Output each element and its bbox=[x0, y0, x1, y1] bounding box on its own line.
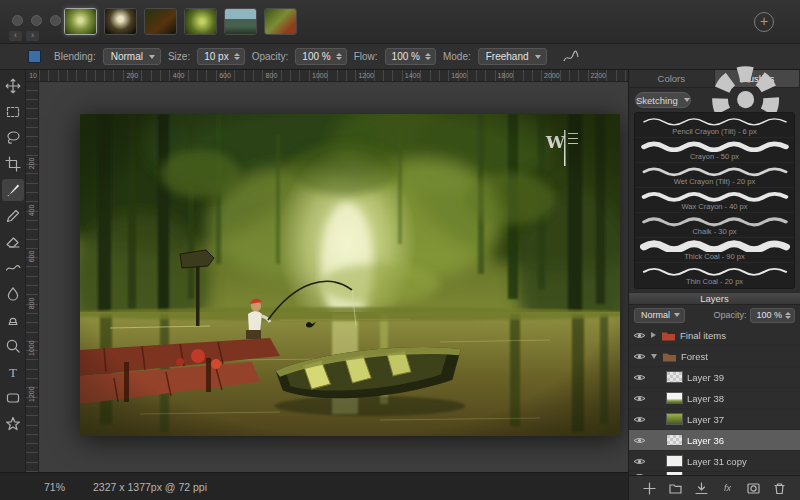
document-tab-6[interactable] bbox=[264, 8, 297, 35]
group-folder-icon bbox=[662, 351, 677, 362]
chevron-down-icon bbox=[149, 55, 155, 59]
titlebar: ‹ › + bbox=[0, 0, 800, 44]
layer-row-37[interactable]: Layer 37 bbox=[629, 409, 800, 430]
new-document-button[interactable]: + bbox=[754, 12, 774, 32]
shape-tool[interactable] bbox=[2, 387, 24, 409]
brush-item-wax-crayon[interactable]: Wax Crayon - 40 px bbox=[635, 188, 794, 213]
layer-row-forest[interactable]: Forest bbox=[629, 346, 800, 367]
group-folder-icon bbox=[661, 330, 676, 341]
stepper-arrows-icon[interactable] bbox=[336, 53, 342, 60]
document-tab-5[interactable] bbox=[224, 8, 257, 35]
layer-row-36-selected[interactable]: Layer 36 bbox=[629, 430, 800, 451]
marquee-tool[interactable] bbox=[2, 101, 24, 123]
disclosure-collapsed-icon[interactable] bbox=[651, 332, 656, 338]
size-label: Size: bbox=[168, 51, 190, 62]
crop-tool[interactable] bbox=[2, 153, 24, 175]
star-tool[interactable] bbox=[2, 413, 24, 435]
brush-category-select[interactable]: Sketching bbox=[635, 92, 691, 108]
mask-button[interactable] bbox=[744, 479, 762, 497]
stepper-arrows-icon[interactable] bbox=[785, 312, 791, 319]
context-toolbar: Blending: Normal Size: 10 px Opacity: 10… bbox=[0, 44, 800, 70]
stepper-arrows-icon[interactable] bbox=[234, 53, 240, 60]
visibility-eye-icon[interactable] bbox=[633, 373, 647, 382]
disclosure-expanded-icon[interactable] bbox=[651, 354, 657, 359]
layer-thumbnail bbox=[666, 413, 683, 425]
zoom-tool[interactable] bbox=[2, 335, 24, 357]
brush-item-wet-crayon[interactable]: Wet Crayon (Tilt) - 20 px bbox=[635, 163, 794, 188]
opacity-stepper[interactable]: 100 % bbox=[295, 48, 346, 65]
visibility-eye-icon[interactable] bbox=[633, 331, 647, 340]
document-thumbnail bbox=[145, 9, 176, 34]
pencil-tool[interactable] bbox=[2, 205, 24, 227]
close-button[interactable] bbox=[12, 15, 23, 26]
layer-row-39[interactable]: Layer 39 bbox=[629, 367, 800, 388]
canvas-area[interactable]: W bbox=[39, 82, 628, 472]
delete-layer-button[interactable] bbox=[770, 479, 788, 497]
layer-row-38[interactable]: Layer 38 bbox=[629, 388, 800, 409]
effects-fx-button[interactable]: fx bbox=[718, 479, 736, 497]
layer-name: Forest bbox=[681, 351, 708, 362]
layer-opacity-stepper[interactable]: 100 % bbox=[750, 308, 795, 323]
chevron-down-icon bbox=[684, 98, 690, 102]
layer-name: Layer 38 bbox=[687, 393, 724, 404]
layer-row-31-copy[interactable]: Layer 31 copy bbox=[629, 451, 800, 472]
brush-item-thin-coal[interactable]: Thin Coal - 20 px bbox=[635, 263, 794, 288]
document-tab-1[interactable] bbox=[64, 8, 97, 35]
smudge-tool[interactable] bbox=[2, 257, 24, 279]
brush-tool[interactable] bbox=[2, 179, 24, 201]
mode-label: Mode: bbox=[443, 51, 471, 62]
brush-item-crayon[interactable]: Crayon - 50 px bbox=[635, 138, 794, 163]
brush-label: Wax Crayon - 40 px bbox=[682, 202, 748, 211]
layer-thumbnail bbox=[666, 434, 683, 446]
visibility-eye-icon[interactable] bbox=[633, 457, 647, 466]
brush-item-chalk[interactable]: Chalk - 30 px bbox=[635, 213, 794, 238]
layer-thumbnail bbox=[666, 455, 683, 467]
visibility-eye-icon[interactable] bbox=[633, 436, 647, 445]
brush-item-thick-coal[interactable]: Thick Coal - 90 px bbox=[635, 238, 794, 263]
document-thumbnail bbox=[65, 9, 96, 34]
zoom-button[interactable] bbox=[50, 15, 61, 26]
layers-panel-header: Layers bbox=[629, 292, 800, 305]
tab-scroll-left-icon[interactable]: ‹ bbox=[9, 31, 22, 41]
brush-category-row: Sketching bbox=[629, 88, 800, 112]
layer-thumbnail bbox=[666, 371, 683, 383]
vertical-ruler[interactable]: 20040060080010001200 bbox=[26, 82, 39, 472]
visibility-eye-icon[interactable] bbox=[633, 394, 647, 403]
eraser-tool[interactable] bbox=[2, 231, 24, 253]
visibility-eye-icon[interactable] bbox=[633, 415, 647, 424]
tools-panel: T bbox=[0, 70, 26, 472]
stabilizer-icon[interactable] bbox=[562, 49, 580, 65]
blending-select[interactable]: Normal bbox=[103, 48, 161, 65]
brush-item-pencil-crayon[interactable]: Pencil Crayon (Tilt) - 6 px bbox=[635, 113, 794, 138]
add-layer-button[interactable] bbox=[641, 479, 659, 497]
text-tool[interactable]: T bbox=[2, 361, 24, 383]
brush-label: Thick Coal - 90 px bbox=[684, 252, 744, 261]
tab-scroll-right-icon[interactable]: › bbox=[26, 31, 39, 41]
document-tab-4[interactable] bbox=[184, 8, 217, 35]
brush-label: Chalk - 30 px bbox=[692, 227, 736, 236]
document-tab-3[interactable] bbox=[144, 8, 177, 35]
painting-document[interactable]: W bbox=[80, 114, 620, 436]
import-button[interactable] bbox=[693, 479, 711, 497]
document-tab-strip bbox=[64, 8, 297, 35]
visibility-eye-icon[interactable] bbox=[633, 352, 647, 361]
add-group-button[interactable] bbox=[667, 479, 685, 497]
layer-name: Final items bbox=[680, 330, 726, 341]
blur-tool[interactable] bbox=[2, 283, 24, 305]
layer-row-final-items[interactable]: Final items bbox=[629, 325, 800, 346]
layer-blend-select[interactable]: Normal bbox=[634, 308, 685, 323]
opacity-label: Opacity: bbox=[252, 51, 289, 62]
move-tool[interactable] bbox=[2, 75, 24, 97]
document-tab-2[interactable] bbox=[104, 8, 137, 35]
lasso-tool[interactable] bbox=[2, 127, 24, 149]
clone-stamp-tool[interactable] bbox=[2, 309, 24, 331]
flow-stepper[interactable]: 100 % bbox=[385, 48, 436, 65]
minimize-button[interactable] bbox=[31, 15, 42, 26]
stepper-arrows-icon[interactable] bbox=[425, 53, 431, 60]
size-stepper[interactable]: 10 px bbox=[197, 48, 244, 65]
zoom-level[interactable]: 71% bbox=[44, 481, 65, 493]
mode-select[interactable]: Freehand bbox=[478, 48, 547, 65]
horizontal-ruler[interactable]: 2004006008001000120014001600180020002200 bbox=[39, 70, 628, 82]
color-swatch[interactable] bbox=[28, 50, 41, 63]
document-thumbnail bbox=[225, 9, 256, 34]
